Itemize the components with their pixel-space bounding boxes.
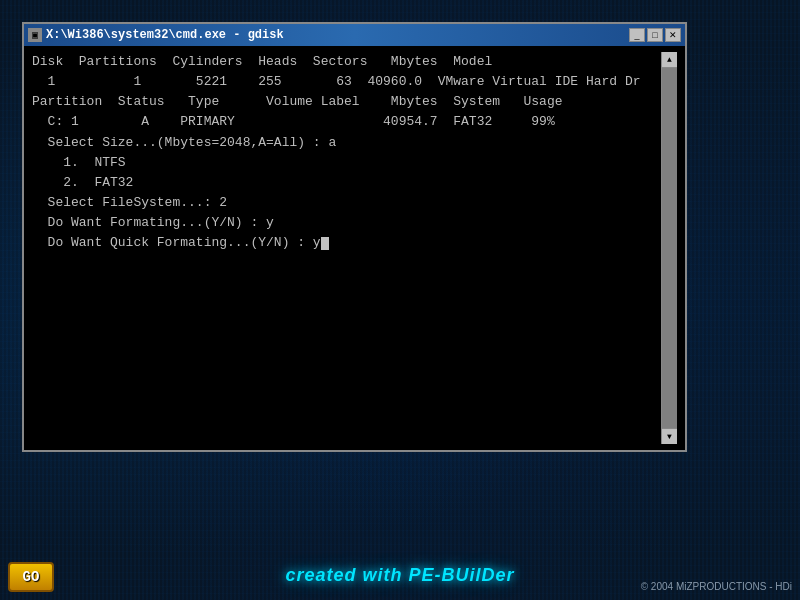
scrollbar-down-button[interactable]: ▼: [662, 428, 677, 444]
terminal-body: Disk Partitions Cylinders Heads Sectors …: [24, 46, 685, 450]
scrollbar-up-button[interactable]: ▲: [662, 52, 677, 68]
title-bar-left: ▣ X:\Wi386\system32\cmd.exe - gdisk: [28, 28, 284, 42]
window-icon: ▣: [28, 28, 42, 42]
terminal-cursor: [321, 237, 329, 250]
terminal-line-select_size: Select Size...(Mbytes=2048,A=All) : a: [32, 133, 661, 153]
terminal-line-fat32: 2. FAT32: [32, 173, 661, 193]
title-bar-buttons: _ □ ✕: [629, 28, 681, 42]
terminal-line-select_fs: Select FileSystem...: 2: [32, 193, 661, 213]
terminal-line-want_format: Do Want Formating...(Y/N) : y: [32, 213, 661, 233]
terminal-line-disk1: 1 1 5221 255 63 40960.0 VMware Virtual I…: [32, 72, 661, 92]
close-button[interactable]: ✕: [665, 28, 681, 42]
terminal-line-pheader: Partition Status Type Volume Label Mbyte…: [32, 92, 661, 112]
terminal-line-header: Disk Partitions Cylinders Heads Sectors …: [32, 52, 661, 72]
cmd-window: ▣ X:\Wi386\system32\cmd.exe - gdisk _ □ …: [22, 22, 687, 452]
copyright-text: © 2004 MiZPRODUCTIONS - HDi: [641, 581, 792, 592]
terminal-line-want_quick: Do Want Quick Formating...(Y/N) : y: [32, 233, 661, 253]
terminal-line-part1: C: 1 A PRIMARY 40954.7 FAT32 99%: [32, 112, 661, 132]
terminal-line-ntfs: 1. NTFS: [32, 153, 661, 173]
scrollbar-track[interactable]: [662, 68, 677, 428]
title-bar: ▣ X:\Wi386\system32\cmd.exe - gdisk _ □ …: [24, 24, 685, 46]
window-title: X:\Wi386\system32\cmd.exe - gdisk: [46, 28, 284, 42]
go-button[interactable]: GO: [8, 562, 54, 592]
bottom-bar: created with PE-BUilDer: [0, 550, 800, 600]
restore-button[interactable]: □: [647, 28, 663, 42]
pe-builder-text: created with PE-BUilDer: [285, 565, 514, 586]
scrollbar[interactable]: ▲ ▼: [661, 52, 677, 444]
minimize-button[interactable]: _: [629, 28, 645, 42]
terminal-content: Disk Partitions Cylinders Heads Sectors …: [32, 52, 661, 444]
